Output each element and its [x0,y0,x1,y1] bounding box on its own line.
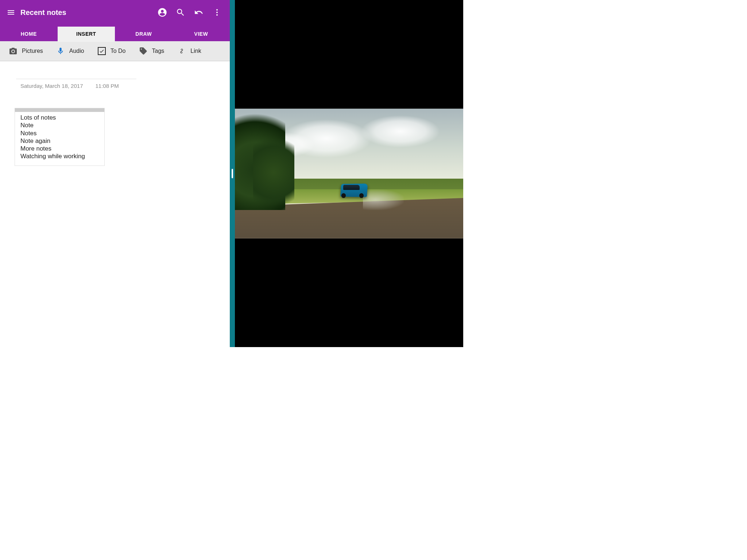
split-screen-divider[interactable] [230,0,235,347]
app-title: Recent notes [20,8,66,17]
insert-pictures-label: Pictures [22,48,43,54]
note-line[interactable]: Note [20,121,99,129]
camera-icon [9,47,18,55]
video-frame[interactable] [235,109,463,238]
account-circle-icon [157,7,167,18]
note-line[interactable]: Watching while working [20,152,99,160]
undo-button[interactable] [190,8,208,17]
insert-pictures[interactable]: Pictures [2,47,50,55]
onenote-app: Recent notes HOME INSERT DRAW VIEW Pictu… [0,0,230,347]
video-player-app[interactable] [235,0,463,347]
video-car [340,184,367,197]
video-cloud [360,115,440,148]
insert-tags[interactable]: Tags [132,47,171,55]
more-vert-icon [213,8,221,17]
note-container[interactable]: Lots of notes Note Notes Note again More… [15,108,105,166]
insert-link-label: Link [190,48,201,54]
account-button[interactable] [153,7,171,18]
insert-audio[interactable]: Audio [50,47,91,55]
note-time: 11:08 PM [96,83,119,89]
search-icon [176,8,185,17]
title-underline [16,79,136,79]
note-line[interactable]: More notes [20,145,99,152]
note-header: Saturday, March 18, 2017 11:08 PM [1,68,228,91]
svg-point-0 [216,9,218,11]
tag-icon [139,47,148,55]
tab-home[interactable]: HOME [0,27,58,41]
svg-point-1 [216,12,218,13]
app-bar: Recent notes [0,0,230,25]
tab-view[interactable]: VIEW [173,27,230,41]
insert-todo[interactable]: To Do [91,47,132,55]
undo-icon [194,8,204,17]
note-line[interactable]: Note again [20,137,99,145]
search-button[interactable] [171,8,190,17]
tab-draw[interactable]: DRAW [115,27,173,41]
insert-audio-label: Audio [69,48,84,54]
video-tire-smoke [363,189,404,210]
microphone-icon [56,47,65,55]
note-line[interactable]: Lots of notes [20,114,99,121]
divider-grip-icon [232,169,233,178]
link-icon [177,47,186,55]
insert-tags-label: Tags [152,48,165,54]
tab-insert[interactable]: INSERT [58,27,115,41]
overflow-button[interactable] [208,8,226,17]
menu-button[interactable] [4,8,18,17]
note-canvas[interactable]: Saturday, March 18, 2017 11:08 PM Lots o… [0,61,230,347]
note-date: Saturday, March 18, 2017 [20,83,83,89]
note-text[interactable]: Lots of notes Note Notes Note again More… [15,112,104,166]
svg-point-2 [216,14,218,16]
ribbon-tabs: HOME INSERT DRAW VIEW [0,25,230,41]
insert-link[interactable]: Link [171,47,208,55]
video-trees-left [253,135,294,210]
insert-ribbon: Pictures Audio To Do Tags Link [0,41,230,61]
hamburger-icon [7,8,15,17]
note-line[interactable]: Notes [20,129,99,137]
insert-todo-label: To Do [111,48,126,54]
checkbox-icon [97,47,106,55]
note-drag-handle[interactable] [15,108,104,112]
